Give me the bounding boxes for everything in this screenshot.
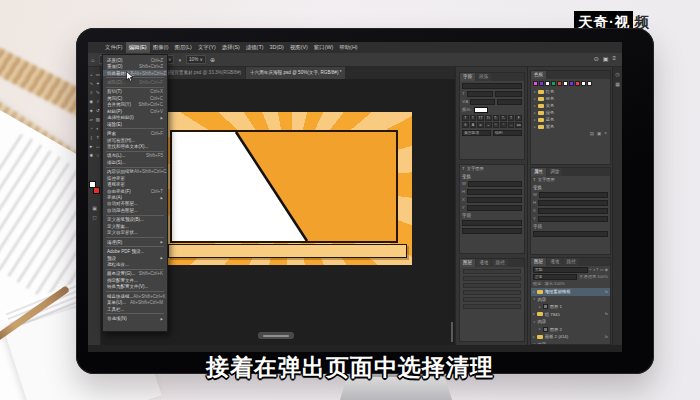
transform-field[interactable] [538, 208, 608, 214]
char-style-button[interactable]: T₁ [500, 115, 507, 121]
swatch-group-row[interactable]: ▸橙色 [531, 95, 610, 102]
layer-row[interactable]: ▸组 7845fx [531, 311, 610, 319]
blend-mode-select[interactable]: 正常 [533, 274, 577, 280]
layer-expand-icon[interactable]: ▸ [539, 327, 541, 331]
menubar-item[interactable]: 图像(I) [150, 42, 172, 53]
char-style-button[interactable]: Tt [485, 115, 492, 121]
new-group-icon[interactable]: ▤ [590, 131, 594, 136]
char-feature-button[interactable]: ₐ [485, 122, 492, 128]
expand-arrow-icon[interactable]: ▸ [534, 125, 536, 129]
edit-menu-item[interactable]: 键盘快捷键...Alt+Shift+Ctrl+K [103, 293, 167, 299]
edit-menu-item[interactable]: 首选项(N)▶ [103, 315, 167, 321]
airbrush-icon[interactable]: ◐ [178, 53, 182, 67]
tab-character[interactable]: 字符 [460, 73, 475, 81]
tab-通道[interactable]: 通道 [476, 259, 491, 267]
char-feature-button[interactable]: … [508, 122, 515, 128]
delete-icon[interactable]: × [604, 131, 607, 136]
swatch-chip[interactable] [563, 81, 568, 86]
edit-menu-item[interactable]: 描边(S)... [103, 159, 167, 165]
home-icon[interactable]: ⌂ [91, 53, 95, 67]
swatch-group-row[interactable]: ▸蓝色 [531, 116, 610, 123]
props-size-field[interactable] [462, 228, 522, 234]
edit-menu-item[interactable]: 定义自定形状... [103, 230, 167, 236]
tab-图层[interactable]: 图层 [460, 259, 475, 267]
layer-row[interactable]: ▸图层 2 [531, 326, 610, 334]
tab-路径[interactable]: 路径 [492, 259, 507, 267]
edit-menu-item[interactable]: 工具栏... [103, 306, 167, 312]
tab-通道[interactable]: 通道 [547, 258, 562, 266]
edit-menu-item[interactable]: 菜单(U)...Alt+Shift+Ctrl+M [103, 299, 167, 305]
tab-图层[interactable]: 图层 [531, 258, 546, 266]
expand-arrow-icon[interactable]: ▸ [534, 90, 536, 94]
menubar-item[interactable]: 选择(S) [219, 42, 243, 53]
swatch-group-row[interactable]: ▸黄色 [531, 102, 610, 109]
layer-filter-select[interactable]: 类型 [533, 267, 588, 273]
char-feature-button[interactable]: fi [462, 122, 469, 128]
document-tab[interactable]: 十六周年庆海报.psd @ 50%(文字, RGB/8#) * [246, 67, 345, 79]
menubar-item[interactable]: 文件(F) [102, 42, 126, 53]
char-style-button[interactable]: TT [477, 115, 484, 121]
swatch-group-row[interactable]: ▸绿色 [531, 109, 610, 116]
transform-field[interactable] [468, 181, 522, 187]
char-style-button[interactable]: T [470, 115, 477, 121]
panel-menu-icon[interactable]: ≡ [612, 55, 616, 62]
layer-row[interactable]: ▸画板 2 (414)fx [531, 333, 610, 341]
layer-row[interactable]: ▸海报素材模板fx [531, 288, 610, 296]
transform-field[interactable] [467, 197, 522, 203]
layer-fx-icon[interactable]: fx [605, 335, 608, 339]
transform-field[interactable] [467, 189, 522, 195]
layer-expand-icon[interactable]: ▸ [539, 305, 541, 309]
tracking-field[interactable] [497, 99, 522, 105]
char-style-button[interactable]: T [508, 115, 515, 121]
expand-arrow-icon[interactable]: ▸ [534, 111, 536, 115]
swatch-chip[interactable] [551, 81, 556, 86]
tablet-pressure-size-icon[interactable]: ⊕ [210, 53, 215, 67]
menubar-item[interactable]: 文字(Y) [195, 42, 219, 53]
edit-menu-item[interactable]: 切换最终状态Alt+Shift+Ctrl+Z [103, 70, 167, 76]
layer-row[interactable]: ∨内容 [531, 296, 610, 304]
tab-properties[interactable]: 调整 [547, 168, 562, 176]
layer-expand-icon[interactable]: ▸ [533, 312, 535, 316]
expand-arrow-icon[interactable]: ▸ [534, 104, 536, 108]
language-select[interactable]: 美国英语 [462, 130, 491, 136]
layer-fx-icon[interactable]: fx [605, 312, 608, 316]
char-feature-button[interactable]: a [477, 122, 484, 128]
char-feature-button[interactable]: aa [515, 122, 522, 128]
layer-expand-icon[interactable]: ▸ [533, 290, 535, 294]
edit-menu-item[interactable]: 清理(R)▶ [103, 239, 167, 245]
swatch-chip[interactable] [575, 81, 580, 86]
document-tab[interactable]: 海报背景素材.psd @ 33.3%(RGB/8#) [161, 67, 245, 79]
edit-menu-item[interactable]: 查找和替换文本(X)... [103, 143, 167, 149]
color-wells[interactable] [89, 181, 101, 199]
edit-menu-item[interactable]: 转换为配置文件(V)... [103, 284, 167, 290]
edit-menu-item[interactable]: 内容识别缩放Alt+Shift+Ctrl+C [103, 169, 167, 175]
menubar-item[interactable]: 滤镜(T) [243, 42, 267, 53]
swatch-group-row[interactable]: ▸红色 [531, 88, 610, 95]
menubar-item[interactable]: 3D(D) [267, 42, 287, 53]
swatch-chip[interactable] [539, 81, 544, 86]
fill-value[interactable]: 100% [554, 281, 565, 286]
menubar-item[interactable]: 窗口(W) [311, 42, 336, 53]
search-icon[interactable]: ⊙ [594, 55, 599, 62]
transform-field[interactable] [538, 216, 608, 222]
tab-swatches[interactable]: 色板 [531, 71, 546, 79]
layer-fx-icon[interactable]: fx [605, 290, 608, 294]
transform-field[interactable] [538, 200, 608, 206]
menubar-item[interactable]: 图层(L) [172, 42, 195, 53]
char-feature-button[interactable]: ½ [493, 122, 500, 128]
font-family-field[interactable] [462, 83, 522, 89]
swatch-chip[interactable] [581, 81, 586, 86]
tab-paragraph[interactable]: 段落 [476, 73, 491, 81]
font-size-field[interactable] [467, 91, 494, 97]
leading-field[interactable] [495, 91, 522, 97]
layer-expand-icon[interactable]: ▸ [533, 335, 535, 339]
edit-menu-item[interactable]: 颜色设置(G)...Shift+Ctrl+K [103, 271, 167, 277]
edit-menu-item[interactable]: 远程连接... [103, 261, 167, 267]
tab-路径[interactable]: 路径 [563, 258, 578, 266]
history-panel-icon[interactable]: ◷ [615, 71, 619, 77]
text-color-swatch[interactable] [474, 107, 488, 113]
canvas-scrollbar[interactable] [451, 322, 453, 342]
new-swatch-icon[interactable]: ▣ [597, 131, 601, 136]
swatch-chip[interactable] [533, 81, 538, 86]
props-font-field[interactable] [533, 231, 608, 237]
